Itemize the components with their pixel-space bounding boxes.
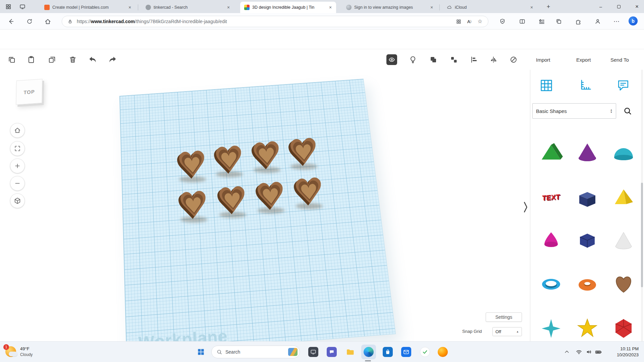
heart-cup-object[interactable]: ♥♥♥♥ (290, 174, 327, 210)
shape-tile-torus[interactable] (571, 267, 603, 300)
microsoft-store-icon[interactable] (380, 345, 395, 359)
new-tab-button[interactable]: + (544, 2, 553, 11)
address-bar[interactable]: https://www.tinkercad.com/things/7B6kGrz… (62, 16, 488, 27)
taskbar-search[interactable]: Search (211, 346, 300, 358)
battery-icon[interactable] (594, 348, 602, 356)
shape-tile-paraboloid[interactable] (535, 224, 567, 257)
heart-cup-object[interactable]: ♥♥♥♥ (175, 187, 212, 224)
shape-tile-roof[interactable] (535, 135, 567, 169)
home-button[interactable] (43, 17, 52, 26)
shape-tile-pyramid[interactable] (607, 181, 640, 214)
heart-cup-object[interactable]: ♥♥♥♥ (248, 137, 285, 174)
scrollbar-thumb[interactable] (641, 183, 643, 287)
notes-icon[interactable] (614, 76, 632, 95)
workspaces-icon[interactable] (4, 2, 13, 11)
heart-cup-object[interactable]: ♥♥♥♥ (174, 147, 211, 184)
apps-grid-icon[interactable] (454, 17, 463, 25)
shape-tile-cone[interactable] (571, 135, 603, 169)
shape-tile-star4[interactable] (535, 312, 567, 341)
taskbar-clock[interactable]: 10:11 PM 10/20/2023 (604, 346, 639, 358)
fit-view-button[interactable] (10, 141, 25, 156)
tab-printables[interactable]: Create model | Printables.com × (40, 2, 136, 13)
tab-tinkercad-active[interactable]: 3D design Incredible Jaagub | Tin × (240, 2, 336, 13)
read-aloud-icon[interactable]: A) (465, 17, 473, 25)
tab-close-icon[interactable]: × (127, 4, 133, 10)
ruler-panel-icon[interactable] (576, 76, 594, 95)
tab-close-icon[interactable]: × (327, 4, 333, 10)
shape-tile-tube[interactable] (535, 267, 567, 300)
shape-tile-box[interactable] (571, 181, 603, 214)
home-view-button[interactable] (10, 123, 25, 138)
profile-icon[interactable] (593, 17, 602, 26)
tab-images[interactable]: Sign in to view amazing images × (342, 2, 437, 13)
shape-tile-polygon[interactable] (571, 224, 603, 257)
show-all-icon[interactable] (408, 55, 418, 65)
shape-category-select[interactable]: Basic Shapes ▲▼ (532, 103, 616, 119)
collections-icon[interactable] (554, 17, 564, 26)
extensions-icon[interactable] (574, 17, 583, 26)
settings-button[interactable]: Settings (486, 312, 522, 322)
mail-icon[interactable] (399, 345, 414, 359)
shape-tile-heart[interactable] (607, 267, 640, 300)
refresh-button[interactable] (25, 17, 34, 26)
window-minimize-button[interactable]: – (592, 0, 609, 13)
split-screen-icon[interactable] (518, 17, 527, 26)
panel-scrollbar[interactable] (641, 70, 643, 341)
settings-dots-icon[interactable]: ⋯ (612, 17, 621, 26)
zoom-out-button[interactable] (10, 176, 25, 191)
tab-close-icon[interactable]: × (529, 4, 535, 10)
teams-icon[interactable] (324, 345, 339, 359)
tab-icloud[interactable]: iCloud × (443, 2, 537, 13)
snap-grid-dropdown[interactable]: Off ▲ (492, 327, 522, 336)
ruler-tool-icon[interactable] (508, 55, 519, 65)
heart-cup-object[interactable]: ♥♥♥♥ (252, 178, 289, 215)
browser-essentials-icon[interactable] (498, 17, 507, 26)
paste-icon[interactable] (26, 55, 36, 65)
view-cube[interactable]: TOP (16, 79, 42, 105)
duplicate-icon[interactable] (47, 55, 57, 65)
heart-cup-object[interactable]: ♥♥♥♥ (214, 182, 251, 219)
tab-close-icon[interactable]: × (429, 4, 435, 10)
perspective-toggle-button[interactable] (10, 193, 25, 208)
hide-selected-icon[interactable] (386, 54, 397, 65)
mirror-icon[interactable] (488, 55, 498, 65)
panel-collapse-handle[interactable] (522, 199, 529, 215)
shape-tile-cone-gray[interactable] (607, 224, 640, 257)
volume-icon[interactable] (585, 348, 593, 356)
undo-icon[interactable] (88, 55, 98, 65)
window-maximize-button[interactable] (610, 0, 627, 13)
start-button[interactable] (194, 345, 208, 359)
shape-tile-icosahedron[interactable] (607, 312, 640, 341)
desktop-app-icon[interactable] (306, 345, 321, 359)
back-button[interactable] (6, 17, 15, 26)
weather-widget[interactable]: 1 49°F Cloudy (3, 344, 54, 360)
heart-cup-object[interactable]: ♥♥♥♥ (285, 134, 322, 171)
file-explorer-icon[interactable] (343, 345, 358, 359)
edge-browser-icon[interactable] (361, 345, 376, 359)
shape-tile-half-sphere[interactable] (607, 135, 640, 169)
copy-icon[interactable] (7, 55, 17, 65)
favorites-bar-icon[interactable] (537, 17, 546, 26)
security-app-icon[interactable] (418, 345, 432, 359)
firefox-icon[interactable] (435, 345, 450, 359)
lock-icon[interactable] (66, 17, 74, 25)
tab-close-icon[interactable]: × (225, 4, 231, 10)
export-button[interactable]: Export (574, 55, 593, 65)
zoom-in-button[interactable] (10, 159, 25, 173)
redo-icon[interactable] (107, 55, 117, 65)
shape-tile-text[interactable]: TEXT (535, 181, 567, 214)
ungroup-icon[interactable] (449, 55, 459, 65)
window-close-button[interactable]: × (629, 0, 644, 13)
import-button[interactable]: Import (534, 55, 552, 65)
tab-search[interactable]: tinkercad - Search × (142, 2, 234, 13)
tab-actions-icon[interactable] (18, 2, 27, 11)
send-to-button[interactable]: Send To (608, 55, 631, 65)
3d-viewport[interactable]: Workplane ♥♥♥♥ ♥♥♥♥ ♥♥♥♥ ♥♥♥♥ ♥♥♥♥ ♥♥♥♥ … (0, 70, 530, 341)
tray-chevron-icon[interactable] (563, 348, 571, 356)
favorite-star-icon[interactable]: ☆ (476, 17, 484, 25)
wifi-icon[interactable] (575, 348, 583, 356)
delete-icon[interactable] (68, 55, 78, 65)
shape-tile-star[interactable] (571, 312, 603, 341)
align-icon[interactable] (469, 55, 479, 65)
group-icon[interactable] (428, 55, 438, 65)
